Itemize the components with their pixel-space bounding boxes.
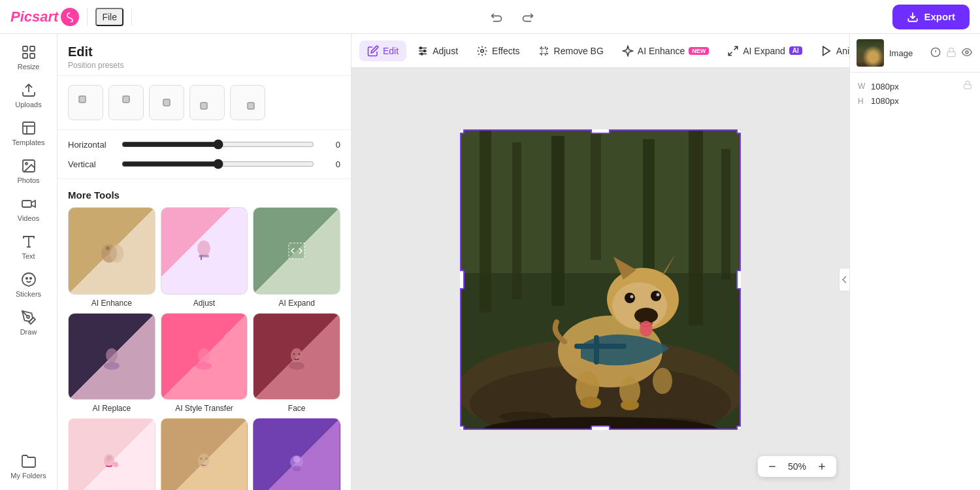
tool-ai-style-transfer[interactable]: AI Style Transfer (161, 313, 248, 414)
tool-ai-expand[interactable]: AI Expand (253, 207, 340, 308)
svg-point-30 (197, 240, 210, 256)
sidebar-item-photos[interactable]: Photos (4, 153, 54, 189)
horizontal-slider-row: Horizontal 0 (68, 139, 340, 150)
tool-thumb-ai-enhance (68, 207, 155, 295)
sidebar-item-stickers[interactable]: Stickers (4, 267, 54, 303)
horizontal-label: Horizontal (68, 140, 114, 150)
svg-rect-21 (163, 99, 170, 106)
svg-marker-62 (823, 46, 830, 56)
canvas-image-container[interactable] (460, 129, 741, 430)
svg-point-43 (106, 456, 111, 461)
horizontal-slider[interactable] (122, 139, 314, 150)
tool-thumb-retouch (161, 418, 248, 490)
sidebar-item-uploads[interactable]: Uploads (4, 77, 54, 114)
svg-point-38 (291, 348, 302, 363)
toolbar-adjust-button[interactable]: Adjust (409, 41, 466, 61)
svg-rect-31 (199, 255, 209, 257)
svg-rect-23 (201, 103, 207, 109)
edit-panel: Edit Position presets Horizontal (57, 34, 351, 490)
toolbar-removebg-label: Remove BG (554, 46, 604, 56)
preset-bottom-left[interactable] (189, 85, 225, 120)
canvas-area: 50% (351, 69, 849, 490)
canvas-right-collapse[interactable] (839, 268, 849, 291)
vertical-slider[interactable] (122, 159, 314, 169)
redo-button[interactable] (517, 7, 538, 27)
tool-thumb-ai-expand (253, 207, 340, 295)
svg-point-28 (110, 244, 123, 263)
preset-bottom-right[interactable] (230, 85, 265, 120)
zoom-out-button[interactable] (766, 460, 779, 473)
height-label: H (858, 97, 867, 106)
tool-heal[interactable]: Heal (68, 418, 155, 490)
height-value: 1080px (871, 96, 899, 106)
tool-label-adjust: Adjust (193, 299, 215, 308)
svg-point-39 (289, 362, 304, 370)
right-panel-header: Image (850, 34, 980, 73)
tool-retouch[interactable]: Retouch (161, 418, 248, 490)
sidebar-label-text: Text (22, 252, 35, 260)
svg-point-51 (293, 456, 300, 463)
ai-enhance-badge: NEW (689, 47, 709, 55)
undo-button[interactable] (486, 7, 507, 27)
sidebar-label-stickers: Stickers (16, 290, 41, 298)
horizontal-value: 0 (322, 140, 340, 150)
vertical-label: Vertical (68, 159, 114, 169)
tool-face[interactable]: Face (253, 313, 340, 414)
lock-icon (963, 80, 972, 92)
svg-point-48 (204, 464, 208, 468)
layer-info: Image (889, 48, 924, 58)
toolbar-aiexpand-label: AI Expand (743, 46, 785, 56)
svg-rect-50 (293, 466, 301, 471)
svg-rect-6 (23, 122, 35, 134)
sidebar-label-draw: Draw (20, 328, 37, 336)
canvas-image (460, 129, 741, 430)
vertical-value: 0 (322, 159, 340, 169)
svg-point-55 (420, 47, 422, 49)
toolbar-aienhance-button[interactable]: AI Enhance NEW (614, 41, 717, 61)
sidebar-item-myfolders[interactable]: My Folders (4, 448, 54, 485)
tool-label-ai-style: AI Style Transfer (175, 404, 233, 413)
sidebar-item-videos[interactable]: Videos (4, 191, 54, 227)
zoom-in-button[interactable] (815, 460, 828, 473)
preset-top-center[interactable] (108, 85, 144, 120)
tool-thumb-face (253, 313, 340, 400)
sidebar-label-resize: Resize (18, 63, 40, 71)
zoom-controls: 50% (758, 456, 836, 477)
file-button[interactable]: File (95, 8, 123, 26)
layer-visibility-button[interactable] (960, 46, 973, 61)
sidebar-item-resize[interactable]: Resize (4, 39, 54, 76)
tool-label-face: Face (288, 404, 306, 413)
tool-ai-replace[interactable]: AI Replace (68, 313, 155, 414)
tool-adjust[interactable]: Adjust (161, 207, 248, 308)
svg-point-82 (612, 282, 667, 329)
sidebar-label-videos: Videos (18, 214, 39, 222)
tools-grid: AI Enhance Adjust (57, 207, 351, 490)
layer-lock-button[interactable] (945, 46, 958, 61)
toolbar-aiexpand-button[interactable]: AI Expand AI (719, 41, 810, 61)
sidebar-item-draw[interactable]: Draw (4, 304, 54, 341)
layer-info-button[interactable] (929, 46, 942, 61)
svg-rect-59 (542, 48, 547, 54)
sidebar-item-templates[interactable]: Templates (4, 115, 54, 152)
toolbar-edit-button[interactable]: Edit (359, 41, 406, 61)
tool-smart-bg[interactable]: Smart Background (253, 418, 340, 490)
toolbar-effects-button[interactable]: Effects (468, 41, 528, 61)
svg-point-93 (653, 368, 672, 394)
export-button[interactable]: Export (892, 5, 970, 29)
toolbar-removebg-button[interactable]: Remove BG (531, 41, 612, 61)
position-presets-label: Position presets (68, 61, 340, 70)
zoom-value: 50% (784, 461, 810, 472)
tool-thumb-ai-style (161, 313, 248, 400)
svg-point-47 (205, 457, 208, 460)
toolbar-animation-button[interactable]: Animation (813, 41, 849, 61)
preset-center[interactable] (149, 85, 184, 120)
svg-rect-1 (23, 46, 27, 51)
sidebar-label-myfolders: My Folders (10, 472, 46, 480)
preset-top-left[interactable] (68, 85, 103, 120)
tool-label-ai-replace: AI Replace (92, 404, 131, 413)
tool-ai-enhance[interactable]: AI Enhance (68, 207, 155, 308)
svg-point-34 (106, 348, 118, 363)
sidebar-item-text[interactable]: Text (4, 229, 54, 265)
toolbar-edit-label: Edit (383, 46, 399, 56)
svg-rect-3 (23, 54, 27, 58)
